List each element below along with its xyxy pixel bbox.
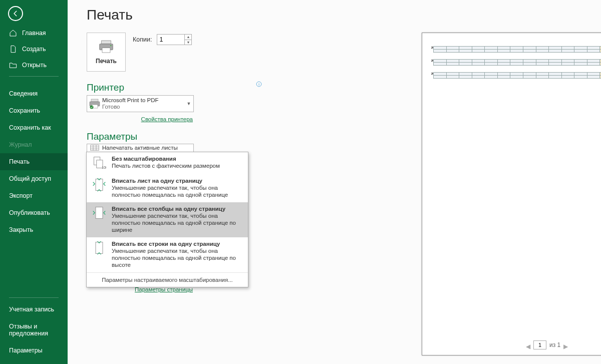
scaling-option-title: Вписать все строки на одну страницу <box>112 240 243 247</box>
print-button[interactable]: Печать <box>87 33 126 72</box>
scaling-option-title: Без масштабирования <box>112 155 220 162</box>
svg-rect-21 <box>96 242 103 254</box>
sheet-grid-icon <box>89 145 100 151</box>
copies-input[interactable] <box>157 34 185 45</box>
scaling-option-1[interactable]: Вписать лист на одну страницуУменьшение … <box>87 174 248 202</box>
nav-open[interactable]: Открыть <box>0 57 68 73</box>
printer-heading: Принтер <box>87 82 124 93</box>
nav-home-label: Главная <box>22 30 46 37</box>
print-what-dropdown[interactable]: Напечатать активные листы <box>87 144 194 152</box>
arrow-left-icon <box>12 10 19 17</box>
back-button[interactable] <box>8 6 23 21</box>
scaling-option-3[interactable]: Вписать все строки на одну страницуУмень… <box>87 237 248 272</box>
spin-up-icon[interactable]: ▲ <box>185 35 191 40</box>
svg-point-3 <box>110 45 112 47</box>
preview-table <box>433 59 601 66</box>
printer-status-icon <box>89 98 101 109</box>
nav-publish[interactable]: Опубликовать <box>0 204 68 221</box>
preview-table <box>433 46 601 53</box>
backstage-sidebar: Главная Создать Открыть СведенияСохранит… <box>0 0 68 364</box>
printer-properties-link[interactable]: Свойства принтера <box>141 116 193 122</box>
scaling-menu: 100Без масштабированияПечать листов с фа… <box>86 152 248 287</box>
svg-rect-19 <box>96 179 103 191</box>
svg-point-9 <box>90 106 94 109</box>
chevron-down-icon[interactable]: ▼ <box>184 101 193 106</box>
info-icon[interactable]: i <box>256 81 262 87</box>
page-number-input[interactable] <box>533 340 546 349</box>
nav-feedback[interactable]: Отзывы и предложения <box>0 318 68 342</box>
nav-new-label: Создать <box>22 46 46 53</box>
svg-rect-20 <box>96 207 103 219</box>
svg-rect-10 <box>91 145 99 151</box>
nav-open-label: Открыть <box>22 62 47 69</box>
nav-history: Журнал <box>0 136 68 153</box>
scaling-option-icon <box>92 240 107 255</box>
print-button-label: Печать <box>96 58 117 65</box>
page-navigation: ◀ из 1 ▶ <box>526 340 568 349</box>
preview-page: 2018 2019 2020 <box>422 33 601 355</box>
copies-label: Копии: <box>133 36 152 43</box>
copies-spinner[interactable]: ▲▼ <box>185 34 192 45</box>
scaling-option-sub: Уменьшение распечатки так, чтобы она пол… <box>112 184 243 198</box>
scaling-option-0[interactable]: 100Без масштабированияПечать листов с фа… <box>87 152 248 174</box>
preview-table <box>433 72 601 79</box>
spin-down-icon[interactable]: ▼ <box>185 40 191 45</box>
scaling-option-sub: Печать листов с фактическим размером <box>112 162 220 169</box>
sidebar-middle-group: СведенияСохранитьСохранить какЖурналПеча… <box>0 85 68 238</box>
printer-dropdown[interactable]: Microsoft Print to PDF Готово ▼ <box>87 95 194 112</box>
print-what-label: Напечатать активные листы <box>102 145 193 151</box>
scaling-option-2[interactable]: Вписать все столбцы на одну страницуУмен… <box>87 202 248 237</box>
scaling-option-title: Вписать все столбцы на одну страницу <box>112 205 243 212</box>
nav-new[interactable]: Создать <box>0 41 68 57</box>
home-icon <box>9 29 17 37</box>
scaling-option-icon: 100 <box>92 155 107 170</box>
nav-save-as[interactable]: Сохранить как <box>0 119 68 136</box>
svg-rect-0 <box>102 41 111 44</box>
scaling-option-title: Вписать лист на одну страницу <box>112 177 243 184</box>
svg-rect-2 <box>102 48 110 53</box>
svg-text:i: i <box>258 82 259 87</box>
nav-print[interactable]: Печать <box>0 153 68 170</box>
printer-icon <box>98 40 114 54</box>
scaling-option-icon <box>92 205 107 220</box>
nav-export[interactable]: Экспорт <box>0 187 68 204</box>
printer-name: Microsoft Print to PDF <box>102 97 184 104</box>
svg-rect-6 <box>91 99 98 102</box>
nav-home[interactable]: Главная <box>0 25 68 41</box>
settings-heading: Параметры <box>87 131 137 142</box>
sidebar-bottom-group: Учетная записьОтзывы и предложенияПараме… <box>0 294 68 359</box>
copies-row: Копии: ▲▼ <box>133 34 192 45</box>
page-title: Печать <box>87 7 133 23</box>
scaling-option-icon <box>92 177 107 192</box>
page-total-label: из 1 <box>549 341 560 348</box>
document-icon <box>9 45 17 53</box>
nav-share[interactable]: Общий доступ <box>0 170 68 187</box>
print-preview-pane: 2018 2019 2020 ◀ из 1 ▶ <box>356 10 601 350</box>
scaling-option-sub: Уменьшение распечатки так, чтобы она пол… <box>112 212 243 233</box>
nav-options[interactable]: Параметры <box>0 342 68 359</box>
custom-scaling-option[interactable]: Параметры настраиваемого масштабирования… <box>87 272 248 287</box>
scaling-option-sub: Уменьшение распечатки так, чтобы она пол… <box>112 247 243 268</box>
folder-open-icon <box>9 61 17 69</box>
next-page-button[interactable]: ▶ <box>563 343 568 347</box>
nav-info[interactable]: Сведения <box>0 85 68 102</box>
nav-close[interactable]: Закрыть <box>0 221 68 238</box>
nav-account[interactable]: Учетная запись <box>0 301 68 318</box>
svg-text:100: 100 <box>102 166 106 169</box>
nav-save[interactable]: Сохранить <box>0 102 68 119</box>
prev-page-button[interactable]: ◀ <box>526 343 530 347</box>
sidebar-top-group: Главная Создать Открыть <box>0 25 68 80</box>
printer-status: Готово <box>102 104 184 110</box>
